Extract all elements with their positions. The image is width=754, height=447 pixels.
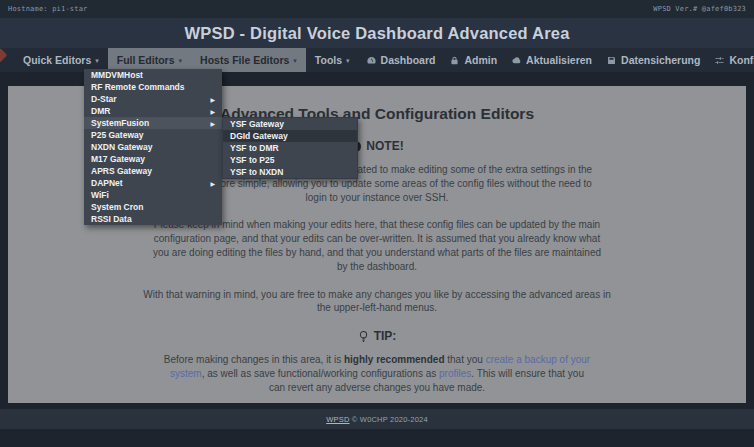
menu-item-aprs-gateway[interactable]: APRS Gateway [84, 165, 222, 177]
menu-label: System Cron [91, 202, 143, 212]
page-footer: WPSD © W0CHP 2020-2024 [0, 409, 754, 429]
menu-label: DAPNet [91, 178, 123, 188]
menu-label: WiFi [91, 190, 109, 200]
wpsd-advanced-page: Hostname: pi1-star WPSD Ver.# @afef0b323… [0, 0, 754, 447]
nav-label: Datensicherung [621, 54, 700, 66]
menu-label: SystemFusion [91, 118, 149, 128]
status-bar: Hostname: pi1-star WPSD Ver.# @afef0b323 [0, 0, 754, 18]
menu-item-rf-remote-commands[interactable]: RF Remote Commands [84, 81, 222, 93]
nav-label: Aktualisieren [526, 54, 592, 66]
sliders-icon [714, 55, 725, 66]
chevron-down-icon: ▾ [95, 57, 99, 65]
submenu-item-ysf-to-nxdn[interactable]: YSF to NXDN [223, 166, 357, 178]
systemfusion-submenu: YSF Gateway DGId Gateway YSF to DMR YSF … [222, 117, 358, 179]
nav-label: Admin [464, 54, 497, 66]
nav-label: Dashboard [381, 54, 436, 66]
wpsd-footer-link[interactable]: WPSD [326, 415, 349, 424]
page-title: WPSD - Digital Voice Dashboard Advanced … [184, 24, 569, 43]
version-label: WPSD Ver.# @afef0b323 [653, 5, 746, 13]
menu-item-d-star[interactable]: D-Star▶ [84, 93, 222, 105]
menu-label: YSF Gateway [230, 119, 284, 129]
nav-label: Full Editors [117, 54, 175, 66]
menu-label: NXDN Gateway [91, 142, 152, 152]
tip-text: that you [445, 354, 486, 365]
save-icon [606, 55, 617, 66]
lock-icon [449, 55, 460, 66]
menu-item-systemfusion[interactable]: SystemFusion▶ [84, 117, 222, 129]
chevron-right-icon: ▶ [210, 120, 215, 127]
menu-item-system-cron[interactable]: System Cron [84, 201, 222, 213]
nav-label: Konfiguration [729, 54, 754, 66]
menu-item-wifi[interactable]: WiFi [84, 189, 222, 201]
menu-item-dmr[interactable]: DMR▶ [84, 105, 222, 117]
menu-label: RSSI Data [91, 214, 132, 224]
chevron-right-icon: ▶ [210, 96, 215, 103]
menu-item-rssi-data[interactable]: RSSI Data [84, 213, 222, 225]
nav-label: Hosts File Editors [200, 54, 289, 66]
profiles-link[interactable]: profiles [439, 368, 471, 379]
full-editors-dropdown: MMDVMHost RF Remote Commands D-Star▶ DMR… [84, 69, 222, 225]
menu-label: RF Remote Commands [91, 82, 185, 92]
hostname-label: Hostname: pi1-star [8, 5, 87, 13]
note-paragraph-3: With that warning in mind, you are free … [138, 288, 616, 316]
tip-bold-text: highly recommended [344, 354, 445, 365]
nav-dashboard[interactable]: Dashboard [359, 48, 443, 72]
nav-datensicherung[interactable]: Datensicherung [599, 48, 707, 72]
menu-label: YSF to NXDN [230, 167, 283, 177]
nav-tools[interactable]: Tools ▾ [306, 48, 359, 72]
nav-label: Quick Editors [23, 54, 91, 66]
menu-item-dapnet[interactable]: DAPNet▶ [84, 177, 222, 189]
menu-label: DMR [91, 106, 110, 116]
note-title-text: NOTE! [366, 139, 403, 153]
menu-item-p25-gateway[interactable]: P25 Gateway [84, 129, 222, 141]
lightbulb-icon [358, 330, 369, 343]
tip-paragraph: Before making changes in this area, it i… [163, 353, 591, 394]
nav-right-group: Dashboard Admin Aktualisieren Datensiche… [359, 48, 754, 72]
tip-text: Before making changes in this area, it i… [164, 354, 344, 365]
chevron-down-icon: ▾ [346, 57, 350, 65]
nav-aktualisieren[interactable]: Aktualisieren [504, 48, 599, 72]
menu-label: M17 Gateway [91, 154, 145, 164]
menu-label: P25 Gateway [91, 130, 143, 140]
menu-label: D-Star [91, 94, 117, 104]
copyright-text: © W0CHP 2020-2024 [352, 415, 428, 424]
chevron-down-icon: ▾ [179, 57, 183, 65]
tip-text: , as well as save functional/working con… [202, 368, 439, 379]
submenu-item-ysf-to-dmr[interactable]: YSF to DMR [223, 142, 357, 154]
menu-item-m17-gateway[interactable]: M17 Gateway [84, 153, 222, 165]
tip-title-text: TIP: [374, 329, 397, 343]
submenu-item-dgid-gateway[interactable]: DGId Gateway [223, 130, 357, 142]
menu-label: APRS Gateway [91, 166, 152, 176]
tip-heading: TIP: [8, 329, 746, 343]
submenu-item-ysf-gateway[interactable]: YSF Gateway [223, 118, 357, 130]
menu-label: MMDVMHost [91, 70, 143, 80]
cloud-download-icon [511, 55, 522, 66]
footer-text: WPSD © W0CHP 2020-2024 [326, 415, 428, 424]
chevron-down-icon: ▾ [293, 57, 297, 65]
menu-label: YSF to DMR [230, 143, 279, 153]
submenu-item-ysf-to-p25[interactable]: YSF to P25 [223, 154, 357, 166]
chevron-right-icon: ▶ [210, 108, 215, 115]
nav-label: Tools [315, 54, 342, 66]
nav-admin[interactable]: Admin [442, 48, 504, 72]
note-paragraph-2: Please keep in mind when making your edi… [151, 218, 603, 273]
chevron-right-icon: ▶ [210, 180, 215, 187]
menu-label: YSF to P25 [230, 155, 274, 165]
page-header: WPSD - Digital Voice Dashboard Advanced … [0, 18, 754, 48]
nav-konfiguration[interactable]: Konfiguration [707, 48, 754, 72]
menu-item-nxdn-gateway[interactable]: NXDN Gateway [84, 141, 222, 153]
menu-label: DGId Gateway [230, 131, 288, 141]
menu-item-mmdvmhost[interactable]: MMDVMHost [84, 69, 222, 81]
gauge-icon [366, 55, 377, 66]
